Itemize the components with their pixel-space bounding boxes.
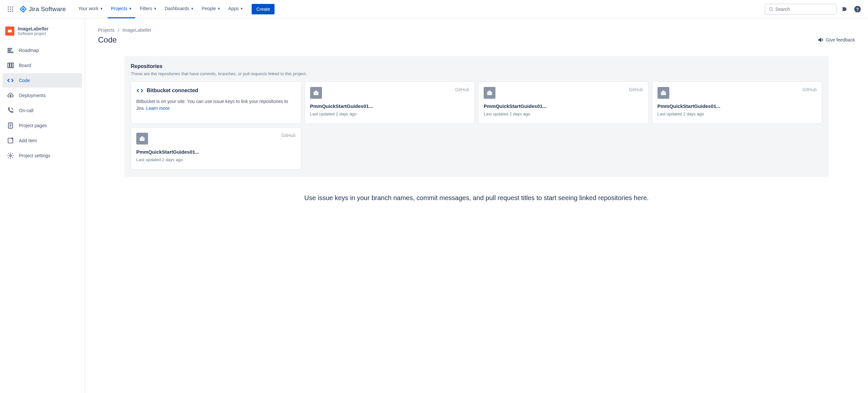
search-box[interactable] bbox=[765, 4, 837, 15]
search-icon bbox=[769, 6, 773, 12]
repo-toolbox-icon bbox=[657, 87, 669, 99]
svg-point-1 bbox=[10, 6, 11, 7]
sidebar-item-board[interactable]: Board bbox=[3, 58, 82, 72]
sidebar-item-project-pages[interactable]: Project pages bbox=[3, 118, 82, 133]
svg-line-10 bbox=[772, 10, 773, 11]
sidebar-item-project-settings[interactable]: Project settings bbox=[3, 148, 82, 163]
project-name: ImageLabeller bbox=[18, 26, 49, 31]
breadcrumb-projects[interactable]: Projects bbox=[98, 27, 115, 33]
code-icon bbox=[136, 87, 144, 94]
svg-rect-33 bbox=[487, 92, 492, 95]
pages-icon bbox=[6, 122, 14, 129]
sidebar-item-label: Project settings bbox=[19, 153, 50, 158]
main-content: Projects / ImageLabeller Code Give feedb… bbox=[85, 18, 868, 393]
bitbucket-description: Bitbucket is on your site. You can use i… bbox=[136, 98, 296, 112]
deployments-icon bbox=[6, 92, 14, 99]
svg-point-9 bbox=[769, 7, 772, 10]
empty-state-hint: Use issue keys in your branch names, com… bbox=[98, 192, 855, 203]
repo-name: PmmQuickStartGuides01... bbox=[657, 103, 817, 109]
sidebar-item-roadmap[interactable]: Roadmap bbox=[3, 43, 82, 58]
breadcrumb-current[interactable]: ImageLabeller bbox=[122, 27, 151, 33]
repo-name: PmmQuickStartGuides01... bbox=[484, 103, 643, 109]
repo-toolbox-icon bbox=[310, 87, 322, 99]
repo-source: GitHub bbox=[802, 87, 817, 92]
repo-toolbox-icon bbox=[136, 133, 148, 145]
help-icon[interactable]: ? bbox=[852, 4, 863, 14]
search-input[interactable] bbox=[775, 6, 833, 12]
nav-your-work[interactable]: Your work▼ bbox=[75, 0, 106, 18]
brand-name: Jira Software bbox=[29, 5, 66, 13]
chevron-down-icon: ▼ bbox=[217, 7, 221, 10]
repositories-panel: Repositories These are the repositories … bbox=[124, 56, 829, 177]
repositories-title: Repositories bbox=[131, 63, 822, 69]
repo-name: PmmQuickStartGuides01... bbox=[310, 103, 470, 109]
board-icon bbox=[6, 61, 14, 69]
repo-card[interactable]: GitHub PmmQuickStartGuides01... Last upd… bbox=[305, 82, 475, 124]
repo-card[interactable]: GitHub PmmQuickStartGuides01... Last upd… bbox=[131, 127, 301, 170]
chevron-down-icon: ▼ bbox=[240, 7, 243, 10]
nav-filters[interactable]: Filters▼ bbox=[136, 0, 160, 18]
roadmap-icon bbox=[6, 47, 14, 54]
svg-point-5 bbox=[12, 8, 13, 9]
svg-point-3 bbox=[8, 8, 9, 9]
sidebar-item-label: Deployments bbox=[19, 93, 46, 98]
sidebar-item-label: On-call bbox=[19, 108, 33, 113]
sidebar-item-label: Board bbox=[19, 63, 31, 68]
svg-point-4 bbox=[10, 8, 11, 9]
project-header[interactable]: ImageLabeller Software project bbox=[3, 26, 82, 42]
svg-rect-39 bbox=[140, 138, 145, 141]
repo-name: PmmQuickStartGuides01... bbox=[136, 149, 296, 155]
chevron-down-icon: ▼ bbox=[100, 7, 103, 10]
page-title: Code bbox=[98, 35, 117, 44]
create-button[interactable]: Create bbox=[252, 4, 275, 14]
nav-apps[interactable]: Apps▼ bbox=[225, 0, 247, 18]
svg-point-7 bbox=[10, 11, 11, 12]
top-nav: Jira Software Your work▼ Projects▼ Filte… bbox=[0, 0, 868, 18]
svg-point-0 bbox=[8, 6, 9, 7]
chevron-down-icon: ▼ bbox=[129, 7, 132, 10]
svg-rect-34 bbox=[489, 91, 491, 92]
settings-icon bbox=[6, 152, 14, 159]
repositories-description: These are the repositories that have com… bbox=[131, 71, 822, 76]
svg-rect-40 bbox=[141, 137, 144, 137]
app-switcher-icon[interactable] bbox=[5, 4, 16, 14]
repo-card[interactable]: GitHub PmmQuickStartGuides01... Last upd… bbox=[478, 82, 649, 124]
notifications-icon[interactable] bbox=[839, 4, 850, 14]
repo-source: GitHub bbox=[455, 87, 469, 92]
sidebar-item-oncall[interactable]: On-call bbox=[3, 103, 82, 118]
nav-dashboards[interactable]: Dashboards▼ bbox=[161, 0, 197, 18]
learn-more-link[interactable]: Learn more bbox=[146, 105, 169, 111]
svg-rect-31 bbox=[315, 91, 317, 92]
bitbucket-connected-card[interactable]: Bitbucket connected Bitbucket is on your… bbox=[131, 82, 301, 124]
svg-rect-36 bbox=[661, 92, 666, 95]
repo-source: GitHub bbox=[629, 87, 643, 92]
repo-updated: Last updated 2 days ago bbox=[657, 112, 817, 116]
nav-people[interactable]: People▼ bbox=[198, 0, 224, 18]
svg-point-6 bbox=[8, 11, 9, 12]
svg-rect-37 bbox=[662, 91, 664, 92]
give-feedback-button[interactable]: Give feedback bbox=[817, 37, 855, 43]
sidebar-item-label: Roadmap bbox=[19, 48, 39, 53]
sidebar-item-label: Add item bbox=[19, 138, 37, 143]
nav-projects[interactable]: Projects▼ bbox=[107, 0, 135, 18]
breadcrumb: Projects / ImageLabeller bbox=[98, 27, 855, 33]
sidebar-item-code[interactable]: Code bbox=[3, 73, 82, 88]
chevron-down-icon: ▼ bbox=[154, 7, 157, 10]
jira-logo[interactable]: Jira Software bbox=[17, 5, 68, 13]
repo-updated: Last updated 2 days ago bbox=[136, 157, 296, 162]
repo-card[interactable]: GitHub PmmQuickStartGuides01... Last upd… bbox=[652, 82, 823, 124]
sidebar-item-deployments[interactable]: Deployments bbox=[3, 88, 82, 103]
sidebar-item-add-item[interactable]: Add item bbox=[3, 133, 82, 148]
megaphone-icon bbox=[817, 37, 824, 43]
repo-source: GitHub bbox=[281, 133, 296, 138]
bitbucket-title: Bitbucket connected bbox=[147, 88, 198, 93]
repo-updated: Last updated 2 days ago bbox=[310, 112, 470, 116]
oncall-icon bbox=[6, 107, 14, 115]
svg-rect-15 bbox=[8, 50, 11, 51]
svg-rect-19 bbox=[12, 63, 14, 68]
svg-rect-30 bbox=[313, 92, 318, 95]
svg-rect-18 bbox=[10, 63, 11, 68]
jira-logo-icon bbox=[20, 5, 27, 13]
svg-rect-16 bbox=[8, 52, 13, 53]
sidebar-item-label: Code bbox=[19, 78, 30, 83]
